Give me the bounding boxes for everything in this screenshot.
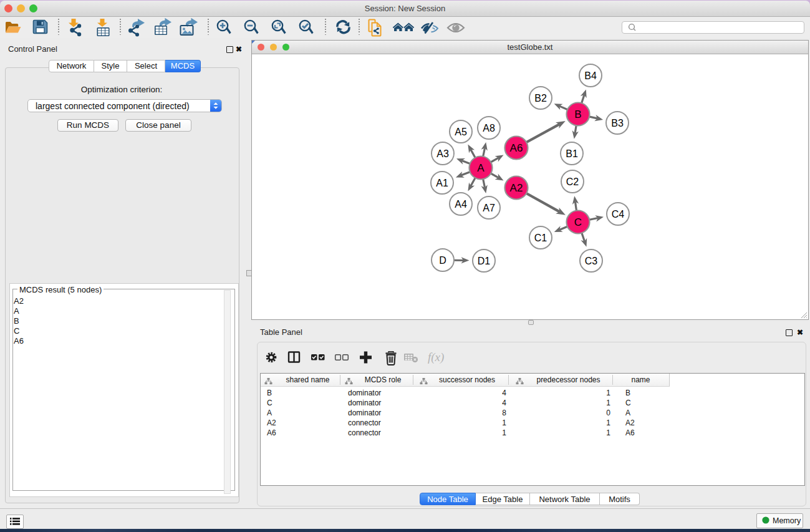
svg-text:B1: B1 [566,148,578,159]
svg-text:A4: A4 [455,199,467,210]
svg-text:A: A [477,162,485,174]
svg-text:C2: C2 [566,177,579,187]
svg-text:B2: B2 [534,93,547,104]
svg-text:A8: A8 [483,123,495,133]
svg-text:A3: A3 [436,148,449,159]
svg-text:D: D [439,255,446,266]
svg-text:C: C [574,216,582,228]
svg-text:B3: B3 [611,118,624,128]
svg-text:C4: C4 [612,209,625,220]
svg-text:A2: A2 [510,182,523,194]
svg-text:A1: A1 [436,178,448,188]
svg-text:C3: C3 [585,256,598,266]
svg-text:B4: B4 [584,70,597,81]
svg-text:B: B [574,109,581,120]
svg-text:C1: C1 [534,233,547,243]
svg-text:A6: A6 [510,142,523,154]
svg-text:A5: A5 [455,127,467,137]
svg-text:D1: D1 [478,256,491,266]
svg-text:A7: A7 [483,203,495,213]
